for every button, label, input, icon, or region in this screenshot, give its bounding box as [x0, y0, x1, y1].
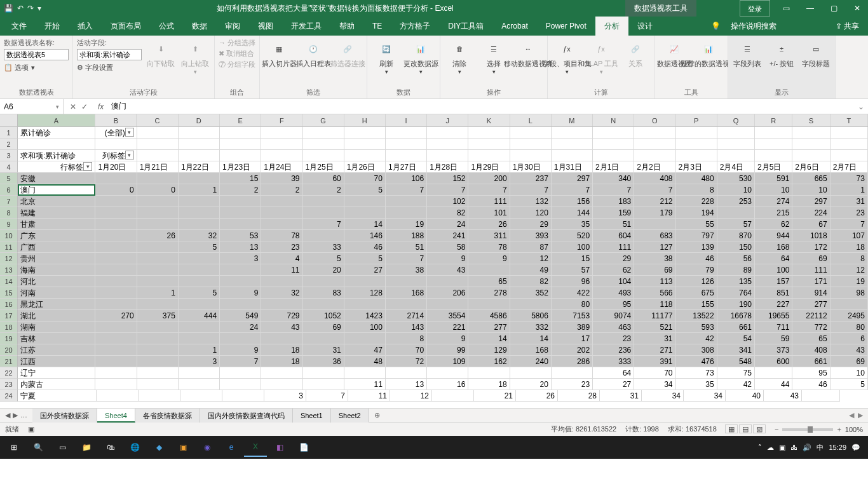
cell[interactable]	[139, 390, 180, 402]
cell[interactable]: 188	[386, 230, 427, 241]
save-icon[interactable]: 💾	[4, 4, 13, 13]
ribbon-tab-12[interactable]: DIY工具箱	[439, 17, 492, 36]
cell[interactable]: 10	[717, 184, 755, 196]
cell[interactable]: 59	[755, 333, 792, 344]
col-header-H[interactable]: H	[344, 114, 386, 126]
cell[interactable]: 9	[220, 287, 261, 299]
cell[interactable]	[303, 207, 344, 219]
cell[interactable]	[95, 241, 137, 253]
cell[interactable]: 3	[264, 390, 306, 402]
cell[interactable]: 69	[792, 253, 830, 264]
cell[interactable]	[344, 299, 386, 310]
taskview-icon[interactable]: ▭	[51, 438, 74, 457]
cell[interactable]: 累计确诊	[18, 127, 95, 139]
cell[interactable]: 12	[510, 253, 552, 264]
cell[interactable]: 27	[593, 379, 634, 390]
cell[interactable]	[344, 196, 386, 207]
cell[interactable]	[792, 150, 830, 161]
cell[interactable]: 200	[468, 173, 510, 184]
cell[interactable]: 146	[344, 230, 386, 241]
cell[interactable]	[831, 150, 868, 161]
cell[interactable]: 5	[831, 379, 868, 390]
cell[interactable]: 100	[344, 322, 386, 333]
sheet-tab-0[interactable]: 国外疫情数据源	[32, 409, 97, 423]
cell[interactable]	[137, 264, 179, 276]
cell[interactable]	[180, 390, 222, 402]
ribbon-tab-6[interactable]: 审阅	[216, 17, 249, 36]
cell[interactable]: 47	[344, 344, 386, 356]
cell[interactable]	[552, 367, 593, 379]
cell[interactable]	[137, 379, 179, 390]
clear-button[interactable]: 🗑清除▾	[444, 38, 475, 76]
cell[interactable]: 4	[261, 253, 302, 264]
cell[interactable]: 1	[137, 287, 179, 299]
cell[interactable]: 126	[676, 276, 717, 287]
row-header-5[interactable]: 5	[0, 173, 18, 184]
cell[interactable]	[717, 207, 755, 219]
cell[interactable]	[261, 367, 302, 379]
cell[interactable]: 10	[831, 367, 868, 379]
col-header-J[interactable]: J	[427, 114, 468, 126]
cell[interactable]: 34	[642, 390, 684, 402]
cell[interactable]: 20	[510, 379, 552, 390]
zoom-in-icon[interactable]: +	[837, 426, 841, 433]
cell[interactable]: 476	[676, 356, 717, 367]
cell[interactable]	[717, 150, 755, 161]
cell[interactable]: 99	[427, 344, 468, 356]
insert-slicer-button[interactable]: ▦插入切片器	[264, 38, 294, 67]
tray-cloud-icon[interactable]: ☁	[767, 444, 774, 452]
cell[interactable]: 69	[634, 264, 675, 276]
cell[interactable]	[179, 207, 220, 219]
cell[interactable]: 661	[792, 356, 830, 367]
cell[interactable]: 80	[831, 322, 868, 333]
expand-formula-icon[interactable]: ⌄	[854, 102, 868, 111]
cancel-formula-icon[interactable]: ✕	[70, 102, 76, 111]
cell[interactable]	[137, 173, 179, 184]
cell[interactable]: 2月6日	[792, 161, 830, 173]
col-header-N[interactable]: N	[593, 114, 634, 126]
cell[interactable]: 1月24日	[261, 161, 302, 173]
cell[interactable]: 24	[427, 219, 468, 230]
cell[interactable]: 237	[510, 173, 552, 184]
cell[interactable]	[593, 139, 634, 150]
cell[interactable]: 764	[717, 287, 755, 299]
cell[interactable]: 7	[427, 184, 468, 196]
cell[interactable]: 311	[468, 230, 510, 241]
cell[interactable]: 75	[717, 367, 755, 379]
cell[interactable]	[344, 207, 386, 219]
cell[interactable]: 152	[427, 173, 468, 184]
cell[interactable]: 60	[303, 173, 344, 184]
tell-me-icon[interactable]: 💡	[706, 17, 726, 36]
cell[interactable]: 10	[792, 184, 830, 196]
cell[interactable]: 24	[220, 322, 261, 333]
cell[interactable]: 35	[676, 379, 717, 390]
cell[interactable]: 列标签▾	[95, 150, 137, 161]
cell[interactable]: 广东	[18, 230, 95, 241]
sheet-tab-2[interactable]: 各省疫情数据源	[135, 409, 200, 423]
cell[interactable]: 129	[468, 344, 510, 356]
cell[interactable]: 308	[676, 344, 717, 356]
cell[interactable]: 604	[593, 230, 634, 241]
col-header-K[interactable]: K	[468, 114, 510, 126]
cell[interactable]	[137, 253, 179, 264]
select-all-corner[interactable]	[0, 114, 18, 126]
cell[interactable]	[179, 173, 220, 184]
ribbon-tab-14[interactable]: Power Pivot	[537, 17, 595, 36]
cell[interactable]: 42	[676, 333, 717, 344]
cell[interactable]: 2月2日	[634, 161, 675, 173]
cell[interactable]: 12	[390, 390, 432, 402]
cell[interactable]	[468, 264, 510, 276]
cell[interactable]: 内蒙古	[18, 379, 95, 390]
ribbon-display-icon[interactable]: ▭	[775, 0, 797, 17]
cell[interactable]	[831, 127, 868, 139]
cell[interactable]	[303, 139, 344, 150]
sheet-nav-more-icon[interactable]: …	[20, 411, 27, 419]
cell[interactable]: 62	[755, 219, 792, 230]
cell[interactable]: 18	[261, 344, 302, 356]
cell[interactable]: 18	[468, 379, 510, 390]
cell[interactable]	[676, 150, 717, 161]
cell[interactable]: 31	[831, 196, 868, 207]
sheet-nav-prev-icon[interactable]: ◀	[5, 411, 10, 419]
cell[interactable]: 22112	[792, 310, 830, 322]
cell[interactable]: 9	[427, 333, 468, 344]
